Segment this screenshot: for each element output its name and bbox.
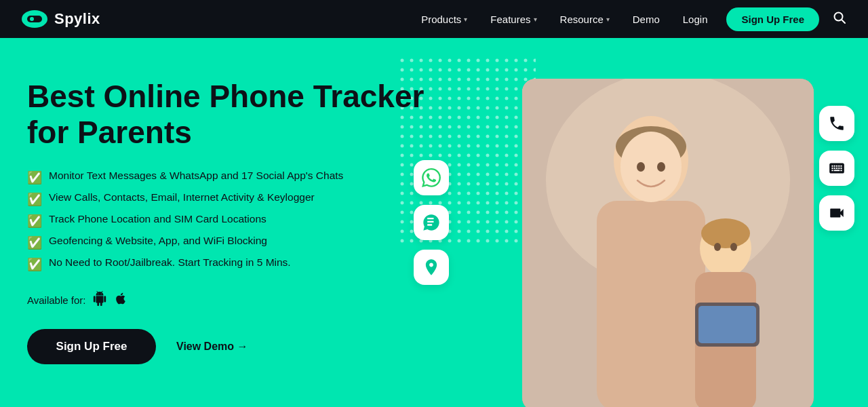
hero-title: Best Online Phone Tracker for Parents	[27, 79, 434, 151]
nav-login-button[interactable]: Login	[673, 8, 717, 31]
check-icon-5: ✅	[27, 257, 42, 272]
android-icon	[92, 291, 107, 310]
check-icon-3: ✅	[27, 214, 42, 229]
hero-image-placeholder	[522, 79, 814, 407]
feature-item: ✅ Monitor Text Messages & WhatsApp and 1…	[27, 170, 434, 185]
logo-area[interactable]: Spylix	[22, 10, 100, 28]
features-chevron-icon: ▾	[534, 16, 537, 23]
nav-products[interactable]: Products ▾	[412, 8, 477, 31]
available-for-row: Available for:	[27, 291, 434, 310]
hero-signup-button[interactable]: Sign Up Free	[27, 329, 156, 364]
nav-demo[interactable]: Demo	[623, 8, 669, 31]
nav-resource[interactable]: Resource ▾	[551, 8, 619, 31]
check-icon-2: ✅	[27, 192, 42, 207]
feature-item: ✅ Track Phone Location and SIM Card Loca…	[27, 213, 434, 229]
hero-content-left: Best Online Phone Tracker for Parents ✅ …	[27, 72, 434, 364]
whatsapp-float-icon	[414, 160, 449, 195]
search-icon[interactable]	[833, 11, 846, 28]
nav-signup-button[interactable]: Sign Up Free	[726, 7, 819, 31]
video-float-icon	[819, 195, 854, 231]
svg-line-3	[842, 20, 845, 23]
cta-row: Sign Up Free View Demo →	[27, 329, 434, 364]
svg-rect-21	[522, 79, 814, 407]
phone-call-float-icon	[819, 106, 854, 141]
nav-links: Products ▾ Features ▾ Resource ▾ Demo Lo…	[412, 7, 846, 31]
check-icon-1: ✅	[27, 170, 42, 185]
feature-item: ✅ View Calls, Contacts, Email, Internet …	[27, 191, 434, 207]
logo-icon	[22, 10, 47, 28]
apple-icon	[114, 291, 127, 310]
hero-demo-button[interactable]: View Demo →	[176, 341, 248, 353]
chat-float-icon	[414, 205, 449, 240]
navbar: Spylix Products ▾ Features ▾ Resource ▾ …	[0, 0, 868, 38]
resource-chevron-icon: ▾	[606, 16, 610, 23]
hero-features-list: ✅ Monitor Text Messages & WhatsApp and 1…	[27, 170, 434, 272]
hero-image	[522, 79, 814, 407]
feature-item: ✅ No Need to Root/Jailbreak. Start Track…	[27, 256, 434, 272]
hero-section: Best Online Phone Tracker for Parents ✅ …	[0, 38, 868, 407]
keyboard-float-icon	[819, 151, 854, 186]
nav-features[interactable]: Features ▾	[481, 8, 546, 31]
location-float-icon	[414, 250, 449, 285]
side-icons-right	[819, 106, 854, 231]
logo-text: Spylix	[54, 10, 100, 28]
products-chevron-icon: ▾	[464, 16, 467, 23]
feature-item: ✅ Geofencing & Website, App, and WiFi Bl…	[27, 235, 434, 250]
side-icons-left	[414, 160, 449, 285]
check-icon-4: ✅	[27, 235, 42, 250]
svg-rect-0	[27, 16, 42, 22]
svg-point-1	[30, 17, 34, 21]
